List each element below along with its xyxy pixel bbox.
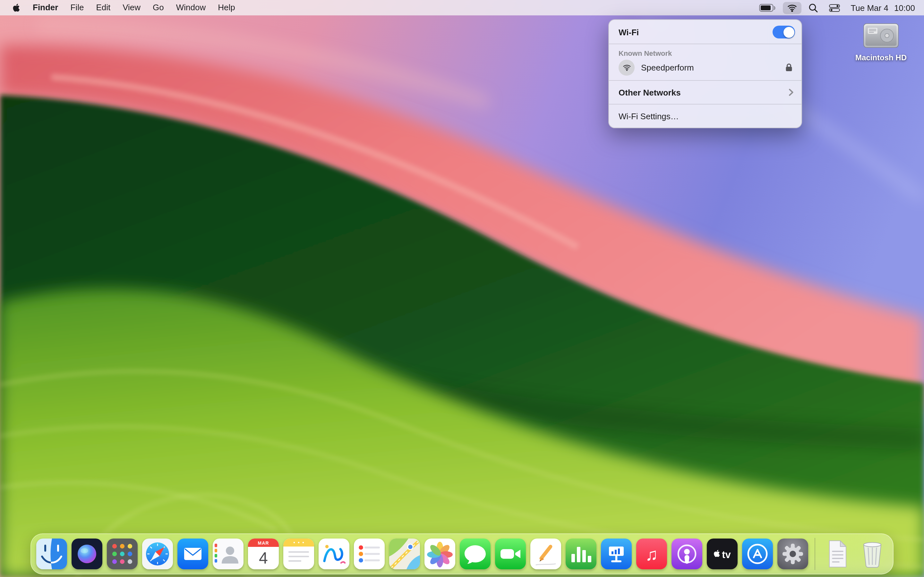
music-note-icon: ♫ xyxy=(645,545,658,564)
mail-icon xyxy=(178,538,208,569)
dock-item-tv[interactable]: tv xyxy=(707,538,738,569)
freeform-icon xyxy=(318,538,349,569)
tv-label: tv xyxy=(722,549,731,560)
safari-icon xyxy=(142,538,173,569)
dock-item-reminders[interactable] xyxy=(354,538,384,569)
wifi-popover-title: Wi-Fi xyxy=(619,27,639,37)
other-networks-row[interactable]: Other Networks xyxy=(609,85,801,100)
desktop-icon-label: Macintosh HD xyxy=(855,53,907,62)
network-name: Speedperform xyxy=(641,63,694,72)
network-row-speedperform[interactable]: Speedperform xyxy=(609,58,801,76)
podcasts-icon xyxy=(672,538,702,569)
dock-item-launchpad[interactable] xyxy=(107,538,137,569)
dock-item-contacts[interactable] xyxy=(213,538,244,569)
other-networks-label: Other Networks xyxy=(619,87,681,97)
maps-icon xyxy=(389,538,420,569)
separator xyxy=(609,80,801,81)
wifi-icon[interactable] xyxy=(782,2,801,14)
clock-time: 10:00 xyxy=(894,3,915,13)
messages-icon xyxy=(460,538,491,569)
menu-bar-clock[interactable]: Tue Mar 4 10:00 xyxy=(846,3,915,13)
dock-item-keynote[interactable] xyxy=(601,538,632,569)
numbers-icon xyxy=(565,538,596,569)
menu-bar: Finder File Edit View Go Window Help xyxy=(0,0,924,15)
document-icon xyxy=(822,538,853,569)
photos-icon xyxy=(425,538,455,569)
dock: MAR 4 xyxy=(31,533,893,574)
dock-item-notes[interactable] xyxy=(283,538,314,569)
menu-item-go[interactable]: Go xyxy=(153,0,164,15)
contacts-icon xyxy=(213,538,244,569)
dock-item-mail[interactable] xyxy=(178,538,208,569)
menu-item-file[interactable]: File xyxy=(70,0,84,15)
trash-icon xyxy=(857,538,888,569)
search-icon[interactable] xyxy=(804,1,822,15)
menu-item-finder[interactable]: Finder xyxy=(33,0,58,15)
dock-item-finder[interactable] xyxy=(36,538,67,569)
dock-item-photos[interactable] xyxy=(425,538,455,569)
dock-item-calendar[interactable]: MAR 4 xyxy=(248,538,279,569)
reminders-icon xyxy=(354,538,384,569)
gear-icon xyxy=(777,538,808,569)
keynote-icon xyxy=(601,538,632,569)
tv-icon: tv xyxy=(707,538,738,569)
siri-icon xyxy=(71,538,102,569)
calendar-month: MAR xyxy=(258,540,269,546)
dock-item-numbers[interactable] xyxy=(565,538,596,569)
known-network-header: Known Network xyxy=(609,48,801,58)
lock-icon xyxy=(785,63,792,72)
control-center-icon[interactable] xyxy=(825,2,843,14)
wifi-settings-row[interactable]: Wi-Fi Settings… xyxy=(609,108,801,124)
dock-item-facetime[interactable] xyxy=(495,538,526,569)
dock-item-podcasts[interactable] xyxy=(672,538,702,569)
wifi-toggle[interactable] xyxy=(772,26,795,39)
app-store-icon xyxy=(742,538,773,569)
wifi-network-icon xyxy=(619,59,635,75)
desktop-icon-macintosh-hd[interactable]: Macintosh HD xyxy=(849,21,913,62)
dock-item-freeform[interactable] xyxy=(318,538,349,569)
clock-date: Tue Mar 4 xyxy=(851,3,888,13)
menu-item-edit[interactable]: Edit xyxy=(96,0,110,15)
calendar-icon: MAR 4 xyxy=(248,538,279,569)
dock-item-safari[interactable] xyxy=(142,538,173,569)
music-icon: ♫ xyxy=(636,538,667,569)
facetime-icon xyxy=(495,538,526,569)
dock-item-document[interactable] xyxy=(822,538,853,569)
apple-logo-icon[interactable] xyxy=(11,3,21,13)
pages-icon xyxy=(530,538,561,569)
finder-icon xyxy=(36,538,67,569)
notes-icon xyxy=(283,538,314,569)
wifi-toggle-knob xyxy=(783,27,794,37)
dock-item-messages[interactable] xyxy=(460,538,491,569)
dock-separator xyxy=(814,538,815,570)
calendar-day: 4 xyxy=(259,549,268,567)
hard-drive-icon xyxy=(863,21,899,50)
battery-icon[interactable] xyxy=(755,2,779,14)
separator xyxy=(609,104,801,105)
dock-item-system-settings[interactable] xyxy=(777,538,808,569)
dock-item-siri[interactable] xyxy=(71,538,102,569)
dock-item-music[interactable]: ♫ xyxy=(636,538,667,569)
launchpad-icon xyxy=(107,538,137,569)
dock-item-maps[interactable] xyxy=(389,538,420,569)
desktop-screen: Finder File Edit View Go Window Help xyxy=(0,0,924,577)
separator xyxy=(609,44,801,44)
menu-item-help[interactable]: Help xyxy=(218,0,235,15)
dock-item-pages[interactable] xyxy=(530,538,561,569)
dock-item-app-store[interactable] xyxy=(742,538,773,569)
dock-item-trash[interactable] xyxy=(857,538,888,569)
chevron-right-icon xyxy=(788,89,794,96)
menu-item-window[interactable]: Window xyxy=(176,0,206,15)
menu-item-view[interactable]: View xyxy=(123,0,141,15)
wifi-settings-label: Wi-Fi Settings… xyxy=(619,111,679,121)
wifi-popover: Wi-Fi Known Network Speedperform Other N… xyxy=(608,19,802,128)
